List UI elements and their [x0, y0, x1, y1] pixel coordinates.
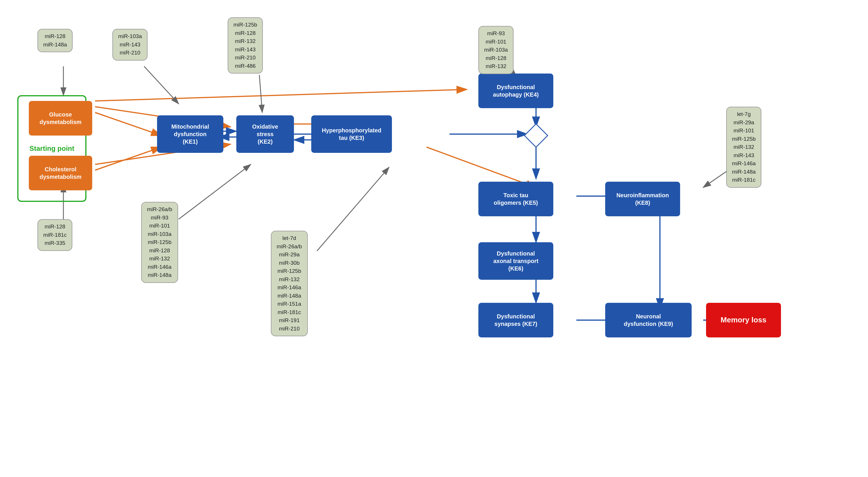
mirna-box-2: miR-103a miR-143 miR-210 — [113, 29, 148, 61]
ke7-node: Dysfunctional synapses (KE7) — [478, 303, 553, 337]
ke2-node: Oxidative stress (KE2) — [236, 115, 294, 153]
ke8-node: Neuroinflammation (KE8) — [605, 182, 680, 216]
ke1-node: Mitochondrial dysfunction (KE1) — [157, 115, 223, 153]
mirna-box-5: let-7g miR-29a miR-101 miR-125b miR-132 … — [726, 107, 762, 188]
svg-line-31 — [317, 167, 389, 251]
svg-line-7 — [95, 89, 467, 101]
svg-line-32 — [427, 147, 536, 187]
memory-loss-node: Memory loss — [706, 303, 781, 337]
diagram: { "title": "miRNA Pathway Diagram", "nod… — [0, 0, 868, 477]
svg-line-25 — [144, 66, 179, 104]
diamond1 — [524, 123, 549, 148]
svg-line-5 — [95, 113, 161, 136]
mirna-box-3: miR-125b miR-128 miR-132 miR-143 miR-210… — [228, 17, 263, 73]
svg-line-26 — [259, 75, 262, 113]
mirna-box-6: miR-128 miR-181c miR-335 — [37, 219, 72, 251]
svg-line-8 — [95, 147, 161, 170]
mirna-box-8: let-7d miR-26a/b miR-29a miR-30b miR-125… — [271, 231, 308, 336]
cholesterol-node: Cholesterol dysmetabolism — [29, 156, 92, 190]
glucose-node: Glucose dysmetabolism — [29, 101, 92, 136]
mirna-box-4: miR-93 miR-101 miR-103a miR-128 miR-132 — [478, 26, 514, 74]
mirna-box-7: miR-26a/b miR-93 miR-101 miR-103a miR-12… — [141, 202, 178, 283]
ke3-node: Hyperphosphorylated tau (KE3) — [311, 115, 392, 153]
ke5-node: Toxic tau oligomers (KE5) — [478, 182, 553, 216]
ke6-node: Dysfunctional axonal transport (KE6) — [478, 242, 553, 280]
arrows-layer — [0, 0, 868, 477]
ke4-node: Dysfunctional autophagy (KE4) — [478, 73, 553, 108]
mirna-box-1: miR-128 miR-148a — [37, 29, 73, 52]
ke9-node: Neuronal dysfunction (KE9) — [605, 303, 692, 337]
svg-line-30 — [179, 165, 251, 219]
